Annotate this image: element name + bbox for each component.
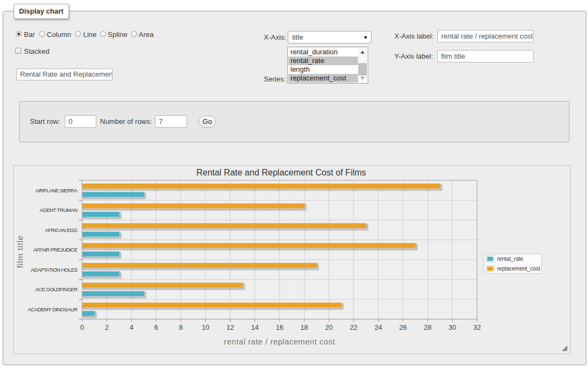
- svg-text:rental_rate: rental_rate: [497, 256, 523, 262]
- svg-text:AIRPLANE SIERRA: AIRPLANE SIERRA: [35, 187, 78, 193]
- svg-text:22: 22: [350, 323, 357, 331]
- svg-text:26: 26: [399, 323, 407, 331]
- svg-text:2: 2: [105, 323, 109, 331]
- svg-text:10: 10: [202, 323, 209, 331]
- svg-text:28: 28: [424, 323, 431, 331]
- svg-text:20: 20: [325, 323, 333, 331]
- svg-text:32: 32: [473, 323, 481, 331]
- svg-text:ACADEMY DINOSAUR: ACADEMY DINOSAUR: [28, 306, 78, 312]
- svg-text:18: 18: [300, 323, 308, 331]
- svg-text:AGENT TRUMAN: AGENT TRUMAN: [40, 207, 78, 213]
- svg-text:14: 14: [251, 323, 259, 331]
- svg-text:24: 24: [374, 323, 382, 331]
- svg-text:ADAPTATION HOLES: ADAPTATION HOLES: [31, 267, 78, 273]
- svg-text:film title: film title: [15, 235, 24, 268]
- svg-text:rental rate / replacement cost: rental rate / replacement cost: [224, 337, 335, 346]
- svg-text:12: 12: [226, 323, 234, 331]
- svg-text:6: 6: [154, 323, 158, 331]
- svg-text:30: 30: [449, 323, 456, 331]
- svg-text:16: 16: [276, 323, 283, 331]
- svg-text:replacement_cost: replacement_cost: [497, 266, 540, 272]
- svg-text:8: 8: [179, 323, 183, 331]
- svg-text:ACE GOLDFINGER: ACE GOLDFINGER: [35, 286, 78, 292]
- svg-text:0: 0: [80, 323, 84, 331]
- svg-text:Rental Rate and Replacement Co: Rental Rate and Replacement Cost of Film…: [196, 168, 366, 177]
- svg-text:AFFAIR PREJUDICE: AFFAIR PREJUDICE: [33, 247, 77, 253]
- svg-text:AFRICAN EGG: AFRICAN EGG: [45, 227, 78, 233]
- svg-text:4: 4: [129, 323, 133, 331]
